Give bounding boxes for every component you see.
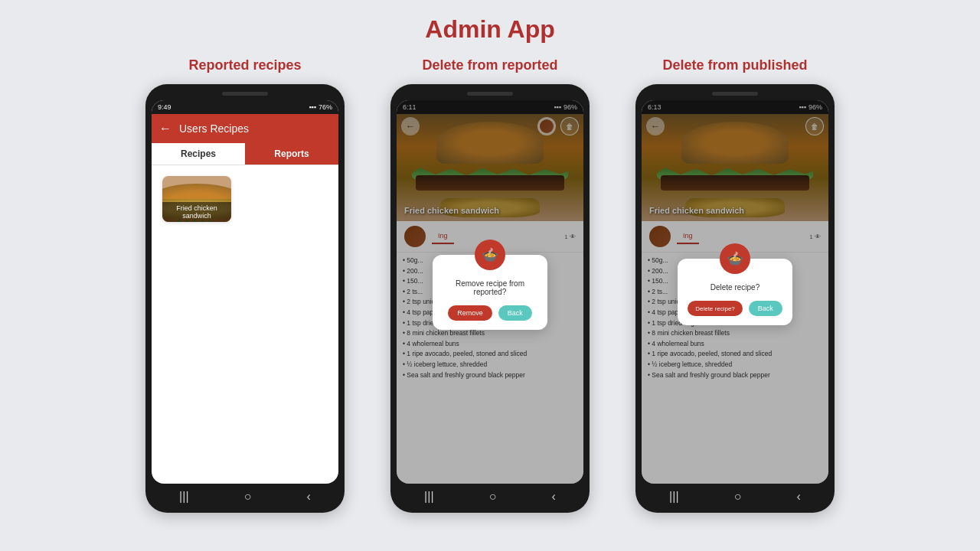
status-icons-1: ▪▪▪ 76% — [309, 103, 332, 111]
bottom-nav-1: ||| ○ ‹ — [152, 484, 338, 507]
tab-reports-1[interactable]: Reports — [245, 143, 338, 165]
dialog-icon-3: 🍲 — [720, 243, 750, 274]
status-bar-1: 9:49 ▪▪▪ 76% — [152, 100, 338, 114]
battery-1: 76% — [318, 103, 332, 111]
phone-screen-1: 9:49 ▪▪▪ 76% ← Users Recipes Recipes Rep… — [152, 100, 338, 484]
phone-screen-2: 6:11 ▪▪▪ 96% ← — [397, 100, 583, 484]
app-header-1: ← Users Recipes — [152, 114, 338, 143]
screen3-label: Delete from published — [662, 57, 807, 73]
nav-bars-2[interactable]: ||| — [424, 490, 433, 504]
screen2-label: Delete from reported — [422, 57, 557, 73]
pot-icon-3: 🍲 — [727, 250, 743, 267]
phone-frame-2: 6:11 ▪▪▪ 96% ← — [390, 84, 590, 513]
dialog-icon-2: 🍲 — [475, 240, 505, 270]
nav-back-2[interactable]: ‹ — [552, 490, 556, 504]
page-title: Admin App — [425, 15, 554, 44]
pot-icon-2: 🍲 — [482, 246, 498, 263]
phone-frame-1: 9:49 ▪▪▪ 76% ← Users Recipes Recipes Rep… — [145, 84, 345, 513]
dialog-overlay-2: 🍲 Remove recipe from reported? Remove Ba… — [397, 100, 583, 484]
dialog-buttons-3: Delete recipe? Back — [688, 301, 782, 316]
dialog-buttons-2: Remove Back — [448, 305, 532, 321]
header-title-1: Users Recipes — [179, 122, 249, 135]
tab-bar-1: Recipes Reports — [152, 143, 338, 165]
screen1-col: Reported recipes 9:49 ▪▪▪ 76% ← Users Re… — [145, 57, 345, 513]
signal-icon-1: ▪▪▪ — [309, 103, 316, 111]
dialog-box-3: 🍲 Delete recipe? Delete recipe? Back — [678, 259, 792, 325]
nav-bars-3[interactable]: ||| — [669, 490, 678, 504]
screen3-col: Delete from published 6:13 ▪▪▪ 96% — [635, 57, 835, 513]
nav-back-1[interactable]: ‹ — [307, 490, 311, 504]
dialog-text-2: Remove recipe from reported? — [442, 279, 538, 296]
recipe-card-1[interactable]: Fried chicken sandwich — [162, 176, 231, 222]
dialog-box-2: 🍲 Remove recipe from reported? Remove Ba… — [433, 255, 547, 330]
back-button-2[interactable]: Back — [498, 305, 532, 321]
nav-home-2[interactable]: ○ — [489, 490, 497, 504]
bottom-nav-2: ||| ○ ‹ — [397, 484, 583, 507]
status-time-1: 9:49 — [158, 103, 172, 111]
back-button-3[interactable]: Back — [749, 301, 782, 316]
bottom-nav-3: ||| ○ ‹ — [642, 484, 828, 507]
tab-recipes-1[interactable]: Recipes — [152, 143, 245, 165]
screens-container: Reported recipes 9:49 ▪▪▪ 76% ← Users Re… — [0, 57, 980, 513]
phone-speaker-3 — [712, 92, 758, 96]
dialog-overlay-3: 🍲 Delete recipe? Delete recipe? Back — [642, 100, 828, 484]
dialog-text-3: Delete recipe? — [710, 283, 760, 292]
back-arrow-1[interactable]: ← — [159, 122, 172, 135]
nav-bars-1[interactable]: ||| — [179, 490, 188, 504]
delete-recipe-button[interactable]: Delete recipe? — [688, 301, 743, 316]
phone-frame-3: 6:13 ▪▪▪ 96% ← 🗑 — [635, 84, 835, 513]
nav-home-3[interactable]: ○ — [734, 490, 742, 504]
phone-speaker-2 — [467, 92, 513, 96]
nav-back-3[interactable]: ‹ — [797, 490, 801, 504]
screen2-col: Delete from reported 6:11 ▪▪▪ 96% — [390, 57, 590, 513]
phone-screen-3: 6:13 ▪▪▪ 96% ← 🗑 — [642, 100, 828, 484]
recipe-card-label-1: Fried chicken sandwich — [162, 202, 231, 222]
screen1-label: Reported recipes — [188, 57, 301, 73]
remove-button[interactable]: Remove — [448, 305, 492, 321]
phone-speaker-1 — [222, 92, 268, 96]
nav-home-1[interactable]: ○ — [244, 490, 252, 504]
